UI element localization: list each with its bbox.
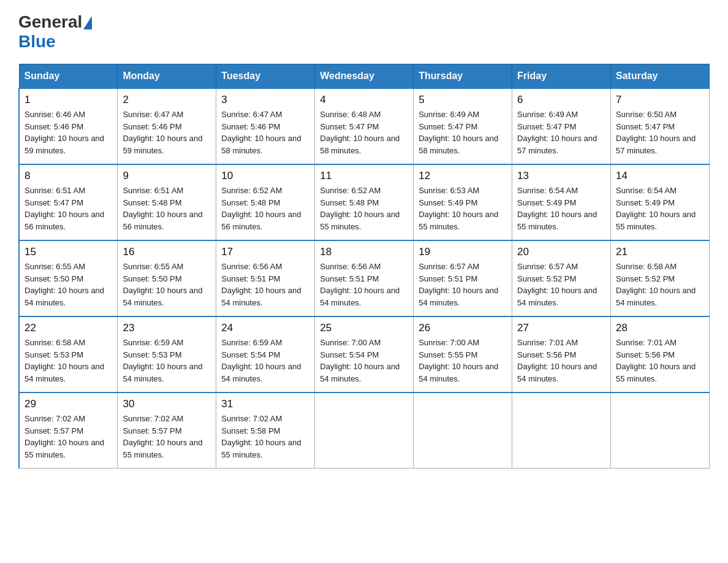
day-info: Sunrise: 6:56 AM Sunset: 5:51 PM Dayligh…: [221, 261, 309, 308]
day-number: 15: [25, 246, 112, 258]
column-header-tuesday: Tuesday: [216, 64, 315, 89]
calendar-cell: 8 Sunrise: 6:51 AM Sunset: 5:47 PM Dayli…: [19, 164, 118, 240]
day-number: 12: [419, 170, 507, 182]
day-info: Sunrise: 6:49 AM Sunset: 5:47 PM Dayligh…: [419, 109, 507, 156]
day-number: 31: [221, 398, 309, 410]
day-number: 22: [25, 322, 112, 334]
calendar-cell: 6 Sunrise: 6:49 AM Sunset: 5:47 PM Dayli…: [512, 88, 611, 164]
day-number: 28: [616, 322, 704, 334]
day-number: 21: [616, 246, 704, 258]
column-header-wednesday: Wednesday: [315, 64, 414, 89]
calendar-cell: 7 Sunrise: 6:50 AM Sunset: 5:47 PM Dayli…: [611, 88, 710, 164]
day-info: Sunrise: 7:02 AM Sunset: 5:58 PM Dayligh…: [221, 413, 309, 461]
day-info: Sunrise: 6:54 AM Sunset: 5:49 PM Dayligh…: [517, 185, 605, 232]
calendar-cell: 27 Sunrise: 7:01 AM Sunset: 5:56 PM Dayl…: [512, 316, 611, 393]
calendar-cell: [315, 393, 414, 469]
logo-blue-text: Blue: [18, 32, 56, 52]
day-info: Sunrise: 6:52 AM Sunset: 5:48 PM Dayligh…: [320, 185, 408, 232]
calendar-cell: 26 Sunrise: 7:00 AM Sunset: 5:55 PM Dayl…: [414, 316, 512, 393]
calendar-cell: 18 Sunrise: 6:56 AM Sunset: 5:51 PM Dayl…: [315, 240, 414, 316]
page-header: General Blue: [18, 12, 710, 52]
day-info: Sunrise: 6:47 AM Sunset: 5:46 PM Dayligh…: [123, 109, 211, 156]
calendar-cell: 15 Sunrise: 6:55 AM Sunset: 5:50 PM Dayl…: [19, 240, 118, 316]
day-info: Sunrise: 6:49 AM Sunset: 5:47 PM Dayligh…: [517, 109, 605, 156]
calendar-cell: 1 Sunrise: 6:46 AM Sunset: 5:46 PM Dayli…: [19, 88, 118, 164]
day-number: 27: [517, 322, 605, 334]
calendar-cell: 16 Sunrise: 6:55 AM Sunset: 5:50 PM Dayl…: [118, 240, 216, 316]
day-number: 8: [25, 170, 112, 182]
calendar-cell: 19 Sunrise: 6:57 AM Sunset: 5:51 PM Dayl…: [414, 240, 512, 316]
day-number: 14: [616, 170, 704, 182]
day-info: Sunrise: 6:51 AM Sunset: 5:48 PM Dayligh…: [123, 185, 211, 232]
day-info: Sunrise: 7:02 AM Sunset: 5:57 PM Dayligh…: [123, 413, 211, 461]
day-number: 11: [320, 170, 408, 182]
day-number: 1: [25, 94, 112, 106]
day-info: Sunrise: 7:00 AM Sunset: 5:55 PM Dayligh…: [419, 337, 507, 385]
day-info: Sunrise: 7:00 AM Sunset: 5:54 PM Dayligh…: [320, 337, 408, 385]
calendar-week-row: 1 Sunrise: 6:46 AM Sunset: 5:46 PM Dayli…: [19, 88, 710, 164]
day-number: 5: [419, 94, 507, 106]
calendar-cell: 3 Sunrise: 6:47 AM Sunset: 5:46 PM Dayli…: [216, 88, 315, 164]
calendar-week-row: 8 Sunrise: 6:51 AM Sunset: 5:47 PM Dayli…: [19, 164, 710, 240]
day-info: Sunrise: 6:58 AM Sunset: 5:53 PM Dayligh…: [25, 337, 112, 385]
day-info: Sunrise: 6:48 AM Sunset: 5:47 PM Dayligh…: [320, 109, 408, 156]
calendar-cell: [512, 393, 611, 469]
day-number: 23: [123, 322, 211, 334]
day-number: 3: [221, 94, 309, 106]
column-header-thursday: Thursday: [414, 64, 512, 89]
day-info: Sunrise: 7:02 AM Sunset: 5:57 PM Dayligh…: [25, 413, 112, 461]
calendar-cell: 29 Sunrise: 7:02 AM Sunset: 5:57 PM Dayl…: [19, 393, 118, 469]
day-number: 18: [320, 246, 408, 258]
logo-triangle-icon: [83, 16, 92, 29]
calendar-cell: 14 Sunrise: 6:54 AM Sunset: 5:49 PM Dayl…: [611, 164, 710, 240]
calendar-cell: 24 Sunrise: 6:59 AM Sunset: 5:54 PM Dayl…: [216, 316, 315, 393]
day-info: Sunrise: 6:57 AM Sunset: 5:51 PM Dayligh…: [419, 261, 507, 308]
day-number: 13: [517, 170, 605, 182]
day-info: Sunrise: 6:53 AM Sunset: 5:49 PM Dayligh…: [419, 185, 507, 232]
calendar-cell: 25 Sunrise: 7:00 AM Sunset: 5:54 PM Dayl…: [315, 316, 414, 393]
calendar-cell: 20 Sunrise: 6:57 AM Sunset: 5:52 PM Dayl…: [512, 240, 611, 316]
calendar-cell: 17 Sunrise: 6:56 AM Sunset: 5:51 PM Dayl…: [216, 240, 315, 316]
calendar-cell: [611, 393, 710, 469]
day-info: Sunrise: 6:59 AM Sunset: 5:53 PM Dayligh…: [123, 337, 211, 385]
column-header-monday: Monday: [118, 64, 216, 89]
day-number: 9: [123, 170, 211, 182]
column-header-saturday: Saturday: [611, 64, 710, 89]
day-info: Sunrise: 6:50 AM Sunset: 5:47 PM Dayligh…: [616, 109, 704, 156]
day-number: 26: [419, 322, 507, 334]
day-info: Sunrise: 6:55 AM Sunset: 5:50 PM Dayligh…: [123, 261, 211, 308]
day-number: 6: [517, 94, 605, 106]
day-info: Sunrise: 6:51 AM Sunset: 5:47 PM Dayligh…: [25, 185, 112, 232]
day-number: 25: [320, 322, 408, 334]
calendar-header-row: SundayMondayTuesdayWednesdayThursdayFrid…: [19, 64, 710, 89]
day-info: Sunrise: 6:46 AM Sunset: 5:46 PM Dayligh…: [25, 109, 112, 156]
day-info: Sunrise: 7:01 AM Sunset: 5:56 PM Dayligh…: [517, 337, 605, 385]
calendar-cell: 10 Sunrise: 6:52 AM Sunset: 5:48 PM Dayl…: [216, 164, 315, 240]
day-info: Sunrise: 6:55 AM Sunset: 5:50 PM Dayligh…: [25, 261, 112, 308]
calendar-cell: 31 Sunrise: 7:02 AM Sunset: 5:58 PM Dayl…: [216, 393, 315, 469]
calendar-cell: 4 Sunrise: 6:48 AM Sunset: 5:47 PM Dayli…: [315, 88, 414, 164]
logo-general-text: General: [18, 12, 82, 32]
day-info: Sunrise: 6:52 AM Sunset: 5:48 PM Dayligh…: [221, 185, 309, 232]
calendar-cell: 23 Sunrise: 6:59 AM Sunset: 5:53 PM Dayl…: [118, 316, 216, 393]
day-number: 19: [419, 246, 507, 258]
day-info: Sunrise: 6:59 AM Sunset: 5:54 PM Dayligh…: [221, 337, 309, 385]
calendar-cell: 5 Sunrise: 6:49 AM Sunset: 5:47 PM Dayli…: [414, 88, 512, 164]
calendar-cell: 13 Sunrise: 6:54 AM Sunset: 5:49 PM Dayl…: [512, 164, 611, 240]
calendar-cell: 28 Sunrise: 7:01 AM Sunset: 5:56 PM Dayl…: [611, 316, 710, 393]
day-number: 24: [221, 322, 309, 334]
day-number: 29: [25, 398, 112, 410]
column-header-sunday: Sunday: [19, 64, 118, 89]
calendar-cell: 21 Sunrise: 6:58 AM Sunset: 5:52 PM Dayl…: [611, 240, 710, 316]
calendar-cell: [414, 393, 512, 469]
day-number: 20: [517, 246, 605, 258]
day-number: 16: [123, 246, 211, 258]
day-number: 30: [123, 398, 211, 410]
day-number: 17: [221, 246, 309, 258]
day-info: Sunrise: 6:47 AM Sunset: 5:46 PM Dayligh…: [221, 109, 309, 156]
day-number: 4: [320, 94, 408, 106]
calendar-week-row: 15 Sunrise: 6:55 AM Sunset: 5:50 PM Dayl…: [19, 240, 710, 316]
calendar-cell: 30 Sunrise: 7:02 AM Sunset: 5:57 PM Dayl…: [118, 393, 216, 469]
calendar-week-row: 22 Sunrise: 6:58 AM Sunset: 5:53 PM Dayl…: [19, 316, 710, 393]
day-info: Sunrise: 6:56 AM Sunset: 5:51 PM Dayligh…: [320, 261, 408, 308]
